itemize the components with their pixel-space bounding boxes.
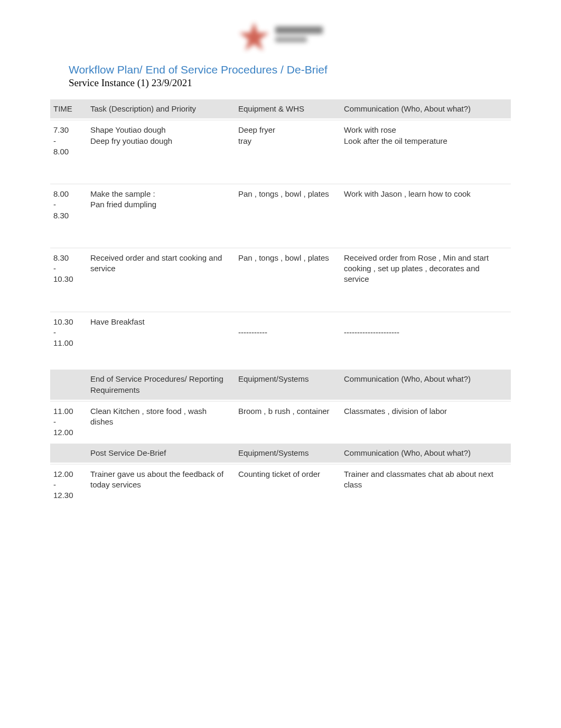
cell-comm: Work with rose Look after the oil temper… (341, 119, 511, 183)
cell-comm: Work with Jason , learn how to cook (341, 183, 511, 247)
subheader-task: End of Service Procedures/ Reporting Req… (87, 368, 235, 401)
cell-time: 12.00 - 12.30 (50, 464, 87, 505)
table-row: 7.30 - 8.00 Shape Youtiao dough Deep fry… (50, 119, 511, 183)
table-header-row: TIME Task (Description) and Priority Equ… (50, 98, 511, 119)
header-time: TIME (50, 98, 87, 119)
cell-time: 10.30 - 11.00 (50, 311, 87, 369)
cell-comm: --------------------- (341, 311, 511, 369)
subheader-equip: Equipment/Systems (235, 443, 341, 464)
table-row: 8.30 - 10.30 Received order and start co… (50, 247, 511, 311)
page-title: Workflow Plan/ End of Service Procedures… (69, 63, 561, 76)
table-container: TIME Task (Description) and Priority Equ… (0, 93, 561, 505)
logo-text-bar-2 (275, 37, 307, 42)
cell-equip: ----------- (235, 311, 341, 369)
header-comm: Communication (Who, About what?) (341, 98, 511, 119)
cell-task: Clean Kitchen , store food , wash dishes (87, 401, 235, 443)
table-row: 12.00 - 12.30 Trainer gave us about the … (50, 464, 511, 505)
workflow-table: TIME Task (Description) and Priority Equ… (50, 98, 511, 505)
cell-task: Make the sample : Pan fried dumpling (87, 183, 235, 247)
subheader-comm: Communication (Who, About what?) (341, 443, 511, 464)
cell-equip: Counting ticket of order (235, 464, 341, 505)
table-row: 10.30 - 11.00 Have Breakfast -----------… (50, 311, 511, 369)
table-row: 8.00 - 8.30 Make the sample : Pan fried … (50, 183, 511, 247)
header-equip: Equipment & WHS (235, 98, 341, 119)
cell-task: Shape Youtiao dough Deep fry youtiao dou… (87, 119, 235, 183)
cell-comm: Received order from Rose , Min and start… (341, 247, 511, 311)
cell-task: Trainer gave us about the feedback of to… (87, 464, 235, 505)
cell-task: Received order and start cooking and ser… (87, 247, 235, 311)
cell-time: 11.00 - 12.00 (50, 401, 87, 443)
logo-text-bar-1 (275, 26, 323, 34)
subheader-blank (50, 443, 87, 464)
logo-container (0, 16, 561, 58)
logo-star-icon (238, 21, 270, 53)
table-subheader-row: End of Service Procedures/ Reporting Req… (50, 368, 511, 401)
cell-task: Have Breakfast (87, 311, 235, 369)
page-subtitle: Service Instance (1) 23/9/2021 (69, 77, 561, 89)
subheader-blank (50, 368, 87, 401)
cell-equip: Deep fryer tray (235, 119, 341, 183)
cell-time: 8.30 - 10.30 (50, 247, 87, 311)
subheader-comm: Communication (Who, About what?) (341, 368, 511, 401)
svg-marker-0 (239, 22, 269, 51)
subheader-task: Post Service De-Brief (87, 443, 235, 464)
table-row: 11.00 - 12.00 Clean Kitchen , store food… (50, 401, 511, 443)
page: Workflow Plan/ End of Service Procedures… (0, 0, 561, 505)
cell-comm: Trainer and classmates chat ab about nex… (341, 464, 511, 505)
cell-time: 7.30 - 8.00 (50, 119, 87, 183)
cell-equip: Pan , tongs , bowl , plates (235, 183, 341, 247)
header-task: Task (Description) and Priority (87, 98, 235, 119)
logo-image (228, 16, 333, 58)
cell-equip: Pan , tongs , bowl , plates (235, 247, 341, 311)
headings: Workflow Plan/ End of Service Procedures… (0, 63, 561, 93)
subheader-equip: Equipment/Systems (235, 368, 341, 401)
cell-equip: Broom , b rush , container (235, 401, 341, 443)
cell-time: 8.00 - 8.30 (50, 183, 87, 247)
table-subheader-row: Post Service De-Brief Equipment/Systems … (50, 443, 511, 464)
cell-comm: Classmates , division of labor (341, 401, 511, 443)
